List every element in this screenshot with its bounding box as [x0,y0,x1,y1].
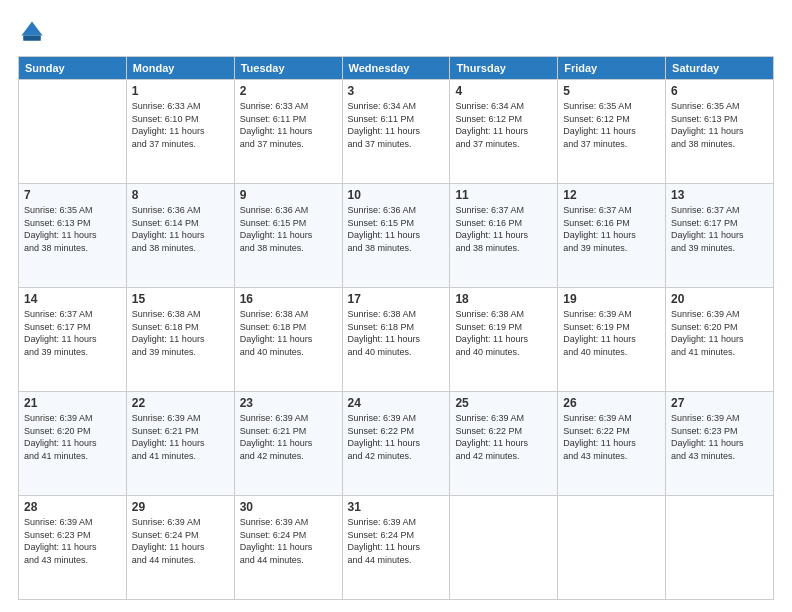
calendar-cell: 2Sunrise: 6:33 AM Sunset: 6:11 PM Daylig… [234,80,342,184]
day-number: 4 [455,84,552,98]
page: SundayMondayTuesdayWednesdayThursdayFrid… [0,0,792,612]
day-info: Sunrise: 6:38 AM Sunset: 6:18 PM Dayligh… [348,308,445,358]
day-info: Sunrise: 6:38 AM Sunset: 6:18 PM Dayligh… [132,308,229,358]
calendar-cell: 12Sunrise: 6:37 AM Sunset: 6:16 PM Dayli… [558,184,666,288]
svg-rect-1 [23,36,41,41]
day-info: Sunrise: 6:33 AM Sunset: 6:11 PM Dayligh… [240,100,337,150]
day-number: 8 [132,188,229,202]
svg-marker-0 [22,22,43,36]
day-info: Sunrise: 6:39 AM Sunset: 6:22 PM Dayligh… [348,412,445,462]
calendar-cell: 18Sunrise: 6:38 AM Sunset: 6:19 PM Dayli… [450,288,558,392]
calendar-table: SundayMondayTuesdayWednesdayThursdayFrid… [18,56,774,600]
day-number: 19 [563,292,660,306]
day-info: Sunrise: 6:33 AM Sunset: 6:10 PM Dayligh… [132,100,229,150]
day-number: 12 [563,188,660,202]
calendar-cell: 20Sunrise: 6:39 AM Sunset: 6:20 PM Dayli… [666,288,774,392]
calendar-cell [558,496,666,600]
calendar-cell: 4Sunrise: 6:34 AM Sunset: 6:12 PM Daylig… [450,80,558,184]
week-row-4: 21Sunrise: 6:39 AM Sunset: 6:20 PM Dayli… [19,392,774,496]
day-info: Sunrise: 6:39 AM Sunset: 6:24 PM Dayligh… [348,516,445,566]
week-row-5: 28Sunrise: 6:39 AM Sunset: 6:23 PM Dayli… [19,496,774,600]
day-number: 1 [132,84,229,98]
week-row-3: 14Sunrise: 6:37 AM Sunset: 6:17 PM Dayli… [19,288,774,392]
day-number: 22 [132,396,229,410]
day-info: Sunrise: 6:34 AM Sunset: 6:11 PM Dayligh… [348,100,445,150]
calendar-cell: 27Sunrise: 6:39 AM Sunset: 6:23 PM Dayli… [666,392,774,496]
day-info: Sunrise: 6:39 AM Sunset: 6:21 PM Dayligh… [240,412,337,462]
calendar-cell: 11Sunrise: 6:37 AM Sunset: 6:16 PM Dayli… [450,184,558,288]
calendar-cell: 21Sunrise: 6:39 AM Sunset: 6:20 PM Dayli… [19,392,127,496]
day-info: Sunrise: 6:35 AM Sunset: 6:13 PM Dayligh… [671,100,768,150]
day-number: 18 [455,292,552,306]
day-number: 11 [455,188,552,202]
days-header-row: SundayMondayTuesdayWednesdayThursdayFrid… [19,57,774,80]
day-info: Sunrise: 6:39 AM Sunset: 6:23 PM Dayligh… [24,516,121,566]
calendar-cell: 13Sunrise: 6:37 AM Sunset: 6:17 PM Dayli… [666,184,774,288]
calendar-cell: 8Sunrise: 6:36 AM Sunset: 6:14 PM Daylig… [126,184,234,288]
day-number: 30 [240,500,337,514]
calendar-cell: 29Sunrise: 6:39 AM Sunset: 6:24 PM Dayli… [126,496,234,600]
calendar-cell: 15Sunrise: 6:38 AM Sunset: 6:18 PM Dayli… [126,288,234,392]
calendar-cell: 30Sunrise: 6:39 AM Sunset: 6:24 PM Dayli… [234,496,342,600]
day-header-tuesday: Tuesday [234,57,342,80]
calendar-cell: 5Sunrise: 6:35 AM Sunset: 6:12 PM Daylig… [558,80,666,184]
day-info: Sunrise: 6:39 AM Sunset: 6:24 PM Dayligh… [132,516,229,566]
calendar-cell [19,80,127,184]
day-number: 28 [24,500,121,514]
calendar-cell: 26Sunrise: 6:39 AM Sunset: 6:22 PM Dayli… [558,392,666,496]
day-header-friday: Friday [558,57,666,80]
day-info: Sunrise: 6:39 AM Sunset: 6:20 PM Dayligh… [671,308,768,358]
day-number: 13 [671,188,768,202]
calendar-cell: 25Sunrise: 6:39 AM Sunset: 6:22 PM Dayli… [450,392,558,496]
day-info: Sunrise: 6:38 AM Sunset: 6:19 PM Dayligh… [455,308,552,358]
calendar-cell: 24Sunrise: 6:39 AM Sunset: 6:22 PM Dayli… [342,392,450,496]
calendar-cell: 16Sunrise: 6:38 AM Sunset: 6:18 PM Dayli… [234,288,342,392]
day-number: 20 [671,292,768,306]
week-row-1: 1Sunrise: 6:33 AM Sunset: 6:10 PM Daylig… [19,80,774,184]
day-info: Sunrise: 6:39 AM Sunset: 6:20 PM Dayligh… [24,412,121,462]
day-header-wednesday: Wednesday [342,57,450,80]
day-info: Sunrise: 6:37 AM Sunset: 6:16 PM Dayligh… [455,204,552,254]
calendar-cell: 23Sunrise: 6:39 AM Sunset: 6:21 PM Dayli… [234,392,342,496]
day-info: Sunrise: 6:38 AM Sunset: 6:18 PM Dayligh… [240,308,337,358]
calendar-cell: 14Sunrise: 6:37 AM Sunset: 6:17 PM Dayli… [19,288,127,392]
calendar-cell [666,496,774,600]
day-number: 10 [348,188,445,202]
day-number: 5 [563,84,660,98]
day-info: Sunrise: 6:39 AM Sunset: 6:22 PM Dayligh… [455,412,552,462]
week-row-2: 7Sunrise: 6:35 AM Sunset: 6:13 PM Daylig… [19,184,774,288]
day-number: 2 [240,84,337,98]
calendar-cell: 22Sunrise: 6:39 AM Sunset: 6:21 PM Dayli… [126,392,234,496]
day-info: Sunrise: 6:36 AM Sunset: 6:15 PM Dayligh… [240,204,337,254]
calendar-cell [450,496,558,600]
day-number: 29 [132,500,229,514]
header [18,18,774,46]
day-header-monday: Monday [126,57,234,80]
day-info: Sunrise: 6:35 AM Sunset: 6:12 PM Dayligh… [563,100,660,150]
day-number: 15 [132,292,229,306]
day-number: 9 [240,188,337,202]
calendar-cell: 10Sunrise: 6:36 AM Sunset: 6:15 PM Dayli… [342,184,450,288]
day-info: Sunrise: 6:35 AM Sunset: 6:13 PM Dayligh… [24,204,121,254]
day-info: Sunrise: 6:36 AM Sunset: 6:15 PM Dayligh… [348,204,445,254]
day-number: 31 [348,500,445,514]
calendar-cell: 6Sunrise: 6:35 AM Sunset: 6:13 PM Daylig… [666,80,774,184]
calendar-cell: 31Sunrise: 6:39 AM Sunset: 6:24 PM Dayli… [342,496,450,600]
day-header-saturday: Saturday [666,57,774,80]
day-header-thursday: Thursday [450,57,558,80]
calendar-cell: 3Sunrise: 6:34 AM Sunset: 6:11 PM Daylig… [342,80,450,184]
day-number: 7 [24,188,121,202]
day-number: 23 [240,396,337,410]
day-info: Sunrise: 6:39 AM Sunset: 6:23 PM Dayligh… [671,412,768,462]
day-number: 3 [348,84,445,98]
calendar-cell: 7Sunrise: 6:35 AM Sunset: 6:13 PM Daylig… [19,184,127,288]
logo-icon [18,18,46,46]
calendar-cell: 19Sunrise: 6:39 AM Sunset: 6:19 PM Dayli… [558,288,666,392]
day-info: Sunrise: 6:37 AM Sunset: 6:16 PM Dayligh… [563,204,660,254]
day-info: Sunrise: 6:39 AM Sunset: 6:22 PM Dayligh… [563,412,660,462]
day-number: 6 [671,84,768,98]
day-number: 24 [348,396,445,410]
day-number: 14 [24,292,121,306]
day-info: Sunrise: 6:39 AM Sunset: 6:19 PM Dayligh… [563,308,660,358]
day-number: 25 [455,396,552,410]
